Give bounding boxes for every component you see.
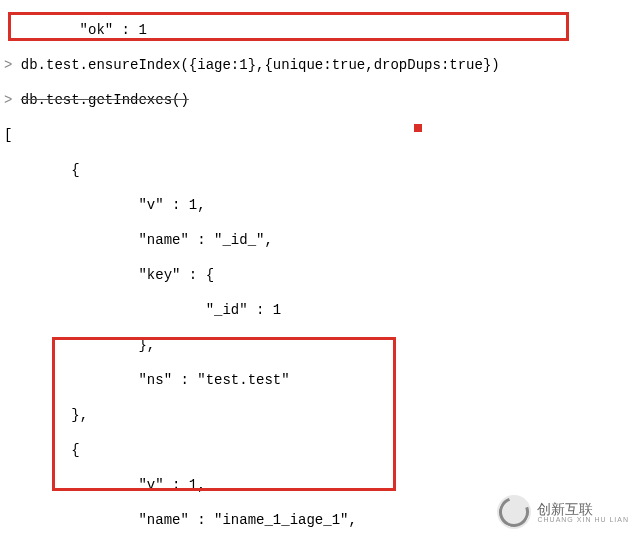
idx0-key-close: }, (4, 337, 639, 355)
logo-swoosh-icon (495, 492, 535, 532)
watermark-logo: 创新互联 CHUANG XIN HU LIAN (497, 495, 629, 529)
logo-circle-icon (497, 495, 531, 529)
prompt-icon: > (4, 57, 12, 73)
command-line-2: > db.test.getIndexes() (4, 92, 639, 110)
idx0-v: "v" : 1, (4, 197, 639, 215)
idx0-key-open: "key" : { (4, 267, 639, 285)
index0-close: }, (4, 407, 639, 425)
index1-open: { (4, 442, 639, 460)
idx0-ns: "ns" : "test.test" (4, 372, 639, 390)
partial-prev-output: "ok" : 1 (4, 22, 639, 40)
logo-text: 创新互联 CHUANG XIN HU LIAN (537, 502, 629, 523)
terminal-output: "ok" : 1 > db.test.ensureIndex({iage:1},… (0, 0, 639, 539)
command-getindexes: db.test.getIndexes() (21, 92, 189, 108)
command-line-1: > db.test.ensureIndex({iage:1},{unique:t… (4, 57, 639, 75)
index0-open: { (4, 162, 639, 180)
idx0-key-id: "_id" : 1 (4, 302, 639, 320)
output-open: [ (4, 127, 639, 145)
prompt-icon: > (4, 92, 12, 108)
idx1-v: "v" : 1, (4, 477, 639, 495)
command-ensureindex: db.test.ensureIndex({iage:1},{unique:tru… (21, 57, 500, 73)
cursor-marker-icon (414, 124, 422, 132)
idx0-name: "name" : "_id_", (4, 232, 639, 250)
logo-cn-text: 创新互联 (537, 502, 629, 516)
logo-en-text: CHUANG XIN HU LIAN (537, 516, 629, 523)
